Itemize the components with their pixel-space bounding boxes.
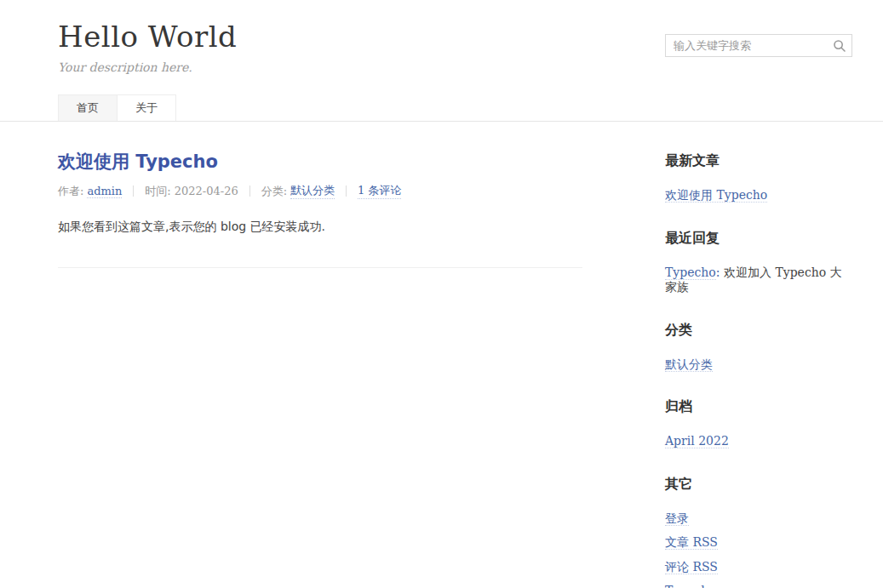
search-icon[interactable] [832,38,847,54]
posts-rss-link[interactable]: 文章 RSS [665,535,718,550]
misc-list: 登录 文章 RSS 评论 RSS Typecho [665,511,852,588]
date-label: 时间: [145,184,170,199]
list-item: 欢迎使用 Typecho [665,188,852,203]
archives-list: April 2022 [665,434,852,449]
search-box [665,34,852,57]
post-title-link[interactable]: 欢迎使用 Typecho [58,151,218,172]
categories-list: 默认分类 [665,357,852,373]
meta-separator [133,186,134,197]
category-label: 分类: [261,184,287,199]
list-item: Typecho [665,584,852,588]
post-title: 欢迎使用 Typecho [58,152,582,172]
list-item: 默认分类 [665,357,852,373]
recent-posts-list: 欢迎使用 Typecho [665,188,852,203]
main-nav: 首页 关于 [0,94,883,122]
comment-separator: : [716,265,724,279]
widget-recent-comments: 最近回复 Typecho: 欢迎加入 Typecho 大家族 [665,230,852,295]
login-link[interactable]: 登录 [665,511,689,526]
widget-title: 其它 [665,476,852,494]
comment-author-link[interactable]: Typecho [665,265,716,280]
list-item: April 2022 [665,434,852,449]
sidebar: 最新文章 欢迎使用 Typecho 最近回复 Typecho: 欢迎加入 Typ… [665,122,852,588]
typecho-link[interactable]: Typecho [665,584,716,588]
archive-link[interactable]: April 2022 [665,434,729,448]
list-item: Typecho: 欢迎加入 Typecho 大家族 [665,265,852,295]
category-link[interactable]: 默认分类 [290,183,335,199]
meta-separator [346,186,347,197]
main-column: 欢迎使用 Typecho 作者: admin 时间: 2022-04-26 分类… [58,122,582,588]
list-item: 登录 [665,511,852,527]
site-header: Hello World Your description here. [0,0,883,74]
widget-misc: 其它 登录 文章 RSS 评论 RSS Typecho [665,476,852,588]
author-label: 作者: [58,184,83,199]
widget-categories: 分类 默认分类 [665,322,852,373]
post: 欢迎使用 Typecho 作者: admin 时间: 2022-04-26 分类… [58,152,582,268]
site-title[interactable]: Hello World [58,20,237,54]
post-body: 如果您看到这篇文章,表示您的 blog 已经安装成功. [58,218,582,236]
comments-link[interactable]: 1 条评论 [358,183,401,199]
author-link[interactable]: admin [87,185,122,198]
widget-title: 分类 [665,322,852,340]
category-item-link[interactable]: 默认分类 [665,357,713,372]
widget-title: 最新文章 [665,152,852,170]
recent-post-link[interactable]: 欢迎使用 Typecho [665,188,767,203]
list-item: 文章 RSS [665,535,852,551]
widget-title: 最近回复 [665,230,852,248]
post-divider [58,267,582,268]
list-item: 评论 RSS [665,560,852,575]
post-date: 2022-04-26 [175,185,238,197]
comments-rss-link[interactable]: 评论 RSS [665,560,718,574]
widget-title: 归档 [665,398,852,416]
nav-item-about[interactable]: 关于 [117,94,176,121]
site-branding: Hello World Your description here. [58,20,237,74]
site-description: Your description here. [58,60,237,74]
widget-archives: 归档 April 2022 [665,398,852,449]
widget-recent-posts: 最新文章 欢迎使用 Typecho [665,152,852,203]
meta-separator [249,186,250,197]
recent-comments-list: Typecho: 欢迎加入 Typecho 大家族 [665,265,852,295]
page-content: 欢迎使用 Typecho 作者: admin 时间: 2022-04-26 分类… [0,122,883,588]
nav-item-home[interactable]: 首页 [58,94,118,121]
post-meta: 作者: admin 时间: 2022-04-26 分类: 默认分类 1 条评论 [58,183,582,199]
search-input[interactable] [665,34,852,57]
